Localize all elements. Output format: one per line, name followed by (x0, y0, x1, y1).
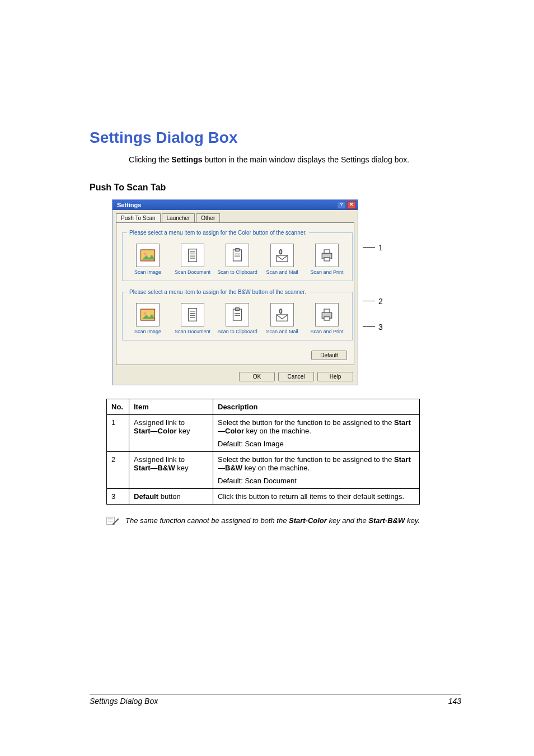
page-title: Settings Dialog Box (90, 129, 461, 147)
callout-2: 2 (378, 297, 383, 306)
svg-rect-29 (324, 316, 330, 320)
mail-icon (270, 303, 294, 326)
doc-icon (181, 244, 204, 267)
tab-strip: Push To Scan Launcher Other (113, 210, 358, 222)
scan-print-button[interactable]: Scan and Print (306, 303, 348, 334)
note: The same function cannot be assigned to … (106, 516, 461, 526)
scan-image-button[interactable]: Scan Image (127, 303, 168, 334)
svg-point-1 (144, 253, 147, 255)
svg-rect-2 (189, 249, 197, 262)
tab-push-to-scan[interactable]: Push To Scan (116, 213, 161, 222)
help-icon[interactable]: ? (337, 201, 346, 209)
callout-3: 3 (378, 323, 383, 332)
svg-point-16 (144, 312, 147, 315)
clip-icon (226, 244, 249, 267)
close-icon[interactable]: ✕ (347, 201, 356, 209)
svg-rect-23 (235, 307, 240, 310)
default-button[interactable]: Default (311, 351, 347, 360)
intro-paragraph: Clicking the Settings button in the main… (129, 155, 461, 166)
cell-item: Assigned link to Start—B&W key (129, 451, 213, 488)
intro-bold: Settings (171, 155, 202, 164)
note-icon (106, 516, 120, 526)
table-row: 3 Default button Click this button to re… (107, 488, 420, 504)
th-desc: Description (213, 399, 420, 414)
note-text: The same function cannot be assigned to … (125, 516, 420, 526)
table-row: 2 Assigned link to Start—B&W key Select … (107, 451, 420, 488)
default-button-row: Default (122, 348, 348, 360)
intro-pre: Clicking the (129, 155, 171, 164)
screenshot-wrapper: Settings ? ✕ Push To Scan Launcher Other… (112, 199, 461, 385)
svg-rect-28 (324, 309, 330, 312)
icon-label: Scan and Print (306, 329, 348, 334)
help-button[interactable]: Help (317, 372, 353, 381)
settings-dialog: Settings ? ✕ Push To Scan Launcher Other… (112, 199, 358, 385)
bw-icon-row: Scan Image Scan Document Scan to Clipboa… (127, 303, 348, 334)
doc-icon (181, 303, 204, 326)
page-footer: Settings Dialog Box 143 (90, 694, 461, 706)
icon-label: Scan Document (172, 269, 213, 275)
footer-title: Settings Dialog Box (90, 697, 158, 706)
cell-no: 1 (107, 414, 129, 451)
cell-no: 2 (107, 451, 129, 488)
dialog-title: Settings (117, 202, 141, 208)
icon-label: Scan and Mail (261, 329, 303, 334)
scan-mail-button[interactable]: Scan and Mail (261, 303, 303, 334)
page-number: 143 (448, 697, 461, 706)
svg-rect-8 (235, 248, 240, 251)
cell-item: Default button (129, 488, 213, 504)
section-heading: Push To Scan Tab (90, 183, 461, 193)
cell-item: Assigned link to Start—Color key (129, 414, 213, 451)
cell-desc: Select the button for the function to be… (213, 451, 420, 488)
icon-label: Scan to Clipboard (217, 329, 258, 334)
icon-label: Scan and Print (306, 269, 348, 275)
scan-image-button[interactable]: Scan Image (127, 244, 168, 275)
icon-label: Scan to Clipboard (217, 269, 258, 275)
color-icon-row: Scan Image Scan Document Scan to Clipboa… (127, 244, 348, 275)
svg-rect-17 (189, 308, 197, 321)
scan-document-button[interactable]: Scan Document (172, 244, 213, 275)
ok-button[interactable]: OK (239, 372, 275, 381)
scan-document-button[interactable]: Scan Document (172, 303, 213, 334)
cell-no: 3 (107, 488, 129, 504)
svg-rect-13 (324, 250, 330, 253)
bw-group: Please select a menu item to assign for … (122, 289, 353, 340)
table-row: 1 Assigned link to Start—Color key Selec… (107, 414, 420, 451)
description-table: No. Item Description 1 Assigned link to … (106, 399, 420, 505)
color-legend: Please select a menu item to assign for … (127, 230, 309, 236)
clip-icon (226, 303, 249, 326)
tab-body: Please select a menu item to assign for … (116, 222, 354, 365)
icon-label: Scan and Mail (261, 269, 303, 275)
image-icon (136, 244, 160, 267)
scan-mail-button[interactable]: Scan and Mail (261, 244, 303, 275)
th-no: No. (107, 399, 129, 414)
scan-print-button[interactable]: Scan and Print (306, 244, 348, 275)
color-group: Please select a menu item to assign for … (122, 230, 353, 281)
callout-1: 1 (378, 243, 383, 252)
cell-desc: Click this button to return all items to… (213, 488, 420, 504)
icon-label: Scan Document (172, 329, 213, 334)
image-icon (136, 303, 160, 326)
scan-clipboard-button[interactable]: Scan to Clipboard (217, 303, 258, 334)
print-icon (315, 303, 339, 326)
bw-legend: Please select a menu item to assign for … (127, 289, 308, 295)
dialog-button-row: OK Cancel Help (113, 368, 358, 385)
dialog-titlebar: Settings ? ✕ (113, 200, 358, 210)
print-icon (315, 244, 339, 267)
mail-icon (270, 244, 294, 267)
callout-column: 1 2 3 (363, 199, 383, 332)
scan-clipboard-button[interactable]: Scan to Clipboard (217, 244, 258, 275)
th-item: Item (129, 399, 213, 414)
tab-other[interactable]: Other (196, 213, 220, 222)
tab-launcher[interactable]: Launcher (162, 213, 195, 222)
icon-label: Scan Image (127, 329, 168, 334)
cell-desc: Select the button for the function to be… (213, 414, 420, 451)
icon-label: Scan Image (127, 269, 168, 275)
intro-post: button in the main window displays the S… (203, 155, 410, 164)
cancel-button[interactable]: Cancel (278, 372, 314, 381)
svg-rect-14 (324, 257, 330, 260)
